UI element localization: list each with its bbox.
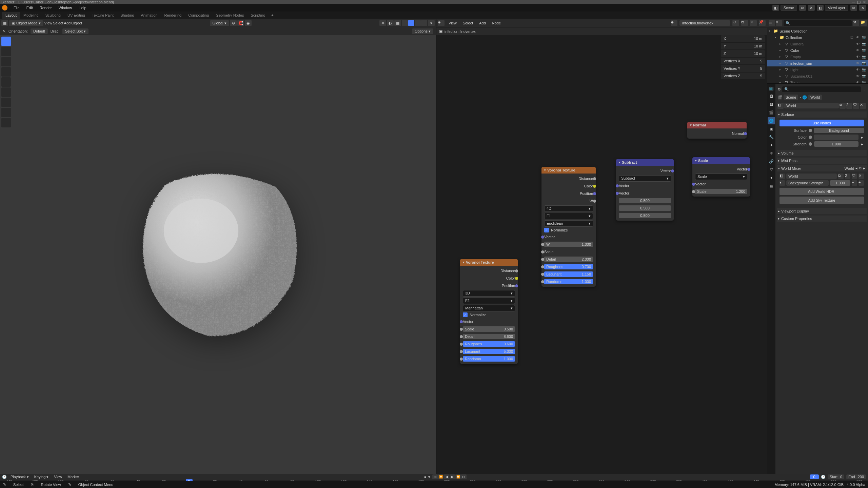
metric-dropdown[interactable]: Manhattan▾ bbox=[463, 305, 515, 311]
tab-render[interactable]: Rendering bbox=[161, 12, 185, 19]
collapse-icon[interactable]: ▾ bbox=[695, 159, 697, 162]
new-icon[interactable]: ⧉ bbox=[838, 174, 844, 179]
tool-select-icon[interactable] bbox=[1, 37, 11, 46]
socket-vector-in[interactable] bbox=[541, 236, 544, 239]
socket-distance[interactable] bbox=[593, 177, 596, 180]
menu-window[interactable]: Window bbox=[56, 5, 75, 11]
eye-icon[interactable]: 👁 bbox=[856, 36, 861, 39]
shading-wire-icon[interactable] bbox=[402, 20, 408, 26]
tab-shading[interactable]: Shading bbox=[117, 12, 137, 19]
socket-w-in[interactable] bbox=[541, 243, 544, 246]
collapse-icon[interactable]: ▾ bbox=[619, 161, 620, 164]
plus-icon[interactable]: + bbox=[859, 180, 864, 186]
tab-scene-icon[interactable]: 🎬 bbox=[768, 109, 775, 116]
fake-user-icon[interactable]: 🛡 bbox=[732, 20, 739, 26]
new-nodegroup-icon[interactable]: ⧉ bbox=[741, 20, 748, 26]
shading-rendered-icon[interactable] bbox=[421, 20, 427, 26]
eye-icon[interactable]: 👁 bbox=[856, 61, 861, 65]
vp-menu-view[interactable]: View bbox=[44, 21, 52, 25]
world-name-field[interactable]: World bbox=[784, 103, 839, 108]
socket-vector-in[interactable] bbox=[460, 320, 463, 323]
tab-layout[interactable]: Layout bbox=[2, 12, 20, 19]
play-reverse-icon[interactable]: ◀ bbox=[444, 474, 449, 479]
ne-menu-view[interactable]: View bbox=[447, 20, 459, 26]
shading-matprev-icon[interactable] bbox=[415, 20, 421, 26]
tool-icon[interactable]: ↖ bbox=[3, 29, 6, 34]
custom-props-header[interactable]: ▸Custom Properties bbox=[777, 216, 867, 222]
render-icon[interactable]: 📷 bbox=[862, 55, 867, 59]
ne-menu-select[interactable]: Select bbox=[461, 20, 475, 26]
viewlayer-delete-icon[interactable]: ✕ bbox=[859, 5, 866, 11]
vec-x[interactable]: 0.500 bbox=[619, 198, 671, 203]
refresh-icon[interactable]: ⟳ bbox=[859, 166, 862, 170]
tab-modifiers-icon[interactable]: 🔧 bbox=[768, 133, 775, 141]
menu-file[interactable]: File bbox=[11, 5, 22, 11]
socket-w[interactable] bbox=[593, 200, 596, 203]
tool-cursor-icon[interactable] bbox=[1, 47, 11, 56]
socket-vector-b[interactable] bbox=[616, 192, 619, 195]
expand-icon[interactable]: ▸ bbox=[861, 142, 864, 146]
eye-icon[interactable]: 👁 bbox=[856, 74, 861, 78]
vec-z[interactable]: 0.500 bbox=[619, 213, 671, 218]
bc-scene[interactable]: Scene bbox=[784, 95, 798, 100]
socket-detail-in[interactable] bbox=[541, 258, 544, 261]
viewlayer-field[interactable]: ViewLayer bbox=[825, 5, 848, 11]
socket-position[interactable] bbox=[515, 284, 518, 287]
outliner-scene-collection[interactable]: ▾📁Scene Collection bbox=[767, 28, 868, 34]
tab-particles-icon[interactable]: ✦ bbox=[768, 141, 775, 149]
copy-icon[interactable]: 2 bbox=[845, 174, 850, 179]
shading-solid-icon[interactable] bbox=[408, 20, 414, 26]
jump-end-icon[interactable]: ⏭ bbox=[461, 474, 467, 479]
xray-icon[interactable]: ▦ bbox=[394, 20, 401, 26]
tab-uv[interactable]: UV Editing bbox=[64, 12, 88, 19]
minus-icon[interactable]: − bbox=[852, 180, 857, 186]
outliner-search[interactable]: 🔍 bbox=[784, 20, 852, 26]
scale-value[interactable]: Scale0.500 bbox=[463, 326, 515, 332]
verts-z[interactable]: Vertices Z5 bbox=[722, 73, 764, 79]
tab-script[interactable]: Scripting bbox=[247, 12, 269, 19]
tool-transform-icon[interactable] bbox=[1, 87, 11, 97]
feature-dropdown[interactable]: F1▾ bbox=[544, 213, 593, 219]
tool-annotate-icon[interactable] bbox=[1, 98, 11, 107]
minimize-icon[interactable]: ─ bbox=[851, 0, 856, 4]
unlink-icon[interactable]: ✕ bbox=[750, 20, 757, 26]
use-nodes-button[interactable]: Use Nodes bbox=[780, 120, 864, 126]
tool-addcube-icon[interactable] bbox=[1, 118, 11, 127]
tab-sculpting[interactable]: Sculpting bbox=[42, 12, 64, 19]
w-value[interactable]: W1.000 bbox=[544, 242, 593, 247]
ne-menu-node[interactable]: Node bbox=[490, 20, 503, 26]
editor-type-icon[interactable]: ☰ bbox=[769, 20, 775, 26]
vp-menu-select[interactable]: Select bbox=[53, 21, 63, 25]
dim-dropdown[interactable]: 3D▾ bbox=[463, 290, 515, 297]
tool-move-icon[interactable] bbox=[1, 57, 11, 66]
fake-user-icon[interactable]: 🛡 bbox=[853, 103, 859, 109]
jump-start-icon[interactable]: ⏮ bbox=[432, 474, 438, 479]
link-dot-icon[interactable] bbox=[809, 142, 812, 146]
jump-prev-icon[interactable]: ⏪ bbox=[438, 474, 443, 479]
render-icon[interactable]: 📷 bbox=[862, 74, 867, 78]
outliner-item-infection_sim[interactable]: ▸▽infection_sim👁📷 bbox=[767, 60, 868, 66]
socket-scale-in[interactable] bbox=[460, 328, 463, 331]
mixer-world-field[interactable]: World bbox=[786, 174, 837, 179]
proportional-icon[interactable]: ◉ bbox=[245, 20, 252, 26]
socket-normal-out[interactable] bbox=[744, 132, 747, 135]
fake-user-icon[interactable]: 🛡 bbox=[852, 174, 857, 179]
eye-icon[interactable]: 👁 bbox=[856, 68, 861, 72]
render-icon[interactable]: 📷 bbox=[862, 68, 867, 72]
outliner-item-suzanne-001[interactable]: ▸▽Suzanne.001👁📷 bbox=[767, 73, 868, 79]
tab-render-icon[interactable]: 📺 bbox=[768, 84, 775, 92]
surface-shader[interactable]: Background bbox=[814, 128, 864, 133]
color-swatch[interactable] bbox=[814, 135, 859, 140]
editor-type-icon[interactable]: ▦ bbox=[1, 20, 8, 26]
outliner-item-camera[interactable]: ▸▽Camera👁📷 bbox=[767, 41, 868, 47]
socket-rand-in[interactable] bbox=[541, 280, 544, 283]
link-dot-icon[interactable] bbox=[809, 129, 812, 132]
op-dropdown[interactable]: Scale▾ bbox=[695, 174, 747, 180]
randomness-value[interactable]: Randomn1.000 bbox=[463, 356, 515, 362]
node-subtract[interactable]: ▾Subtract Vector Subtract▾ Vector Vector… bbox=[616, 159, 674, 221]
unlink-icon[interactable]: ✕ bbox=[860, 103, 866, 109]
roughness-value[interactable]: Roughnes0.600 bbox=[463, 341, 515, 347]
tl-marker[interactable]: Marker bbox=[66, 474, 81, 479]
tl-playback[interactable]: Playback ▾ bbox=[9, 474, 31, 480]
tab-data-icon[interactable]: ▽ bbox=[768, 166, 775, 173]
